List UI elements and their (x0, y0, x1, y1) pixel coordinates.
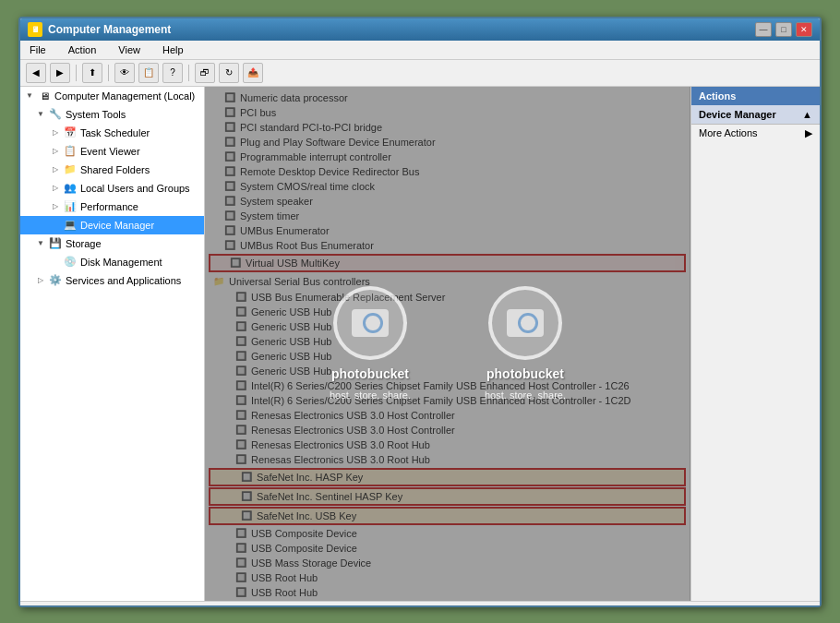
safenet-usb-key-item[interactable]: 🔲 SafeNet Inc. USB Key (209, 507, 686, 525)
safenet-sentinel-item[interactable]: 🔲 SafeNet Inc. Sentinel HASP Key (209, 487, 686, 506)
device-umbus-root-icon: 🔲 (223, 239, 236, 252)
device-label: PCI standard PCI-to-PCI bridge (240, 122, 382, 133)
more-actions-item[interactable]: More Actions ▶ (691, 125, 820, 142)
device-virtual-usb-icon: 🔲 (229, 257, 242, 270)
task-scheduler-icon: 📅 (63, 126, 78, 140)
device-renesas-usb2-icon: 🔲 (234, 424, 247, 437)
tree-item-performance[interactable]: ▷ 📊 Performance (20, 198, 204, 216)
status-bar (20, 601, 820, 605)
device-label: USB Composite Device (251, 528, 357, 539)
minimize-button[interactable]: — (755, 22, 772, 37)
list-item[interactable]: 🔲 PCI bus (205, 105, 690, 120)
virtual-usb-multikey-item[interactable]: 🔲 Virtual USB MultiKey (209, 254, 686, 272)
device-label: USB Composite Device (251, 543, 357, 554)
list-item[interactable]: 🔲 PCI standard PCI-to-PCI bridge (205, 120, 690, 135)
list-item[interactable]: 🔲 Intel(R) 6 Series/C200 Series Chipset … (205, 393, 690, 408)
up-button[interactable]: ⬆ (82, 63, 102, 83)
list-item[interactable]: 🔲 Plug and Play Software Device Enumerat… (205, 135, 690, 150)
list-item[interactable]: 🔲 USB Composite Device (205, 526, 690, 541)
close-button[interactable]: ✕ (796, 22, 812, 37)
tree-toggle-performance: ▷ (50, 201, 61, 212)
list-item[interactable]: 🔲 USB Root Hub (205, 585, 690, 600)
menu-view[interactable]: View (114, 42, 144, 57)
more-actions-label: More Actions (699, 127, 758, 138)
maximize-button[interactable]: □ (775, 22, 792, 37)
properties-button[interactable]: 📋 (138, 63, 159, 83)
toolbar-separator-2 (108, 65, 109, 81)
list-item[interactable]: 🔲 System timer (205, 209, 690, 223)
app-icon: 🖥 (28, 22, 42, 37)
tree-root[interactable]: ▼ 🖥 Computer Management (Local) (20, 87, 204, 105)
list-item[interactable]: 🔲 System CMOS/real time clock (205, 179, 690, 194)
list-item[interactable]: 🔲 USB Bus Enumerable Replacement Server (205, 290, 690, 305)
list-item[interactable]: 🔲 System speaker (205, 194, 690, 209)
list-item[interactable]: 🔲 Generic USB Hub (205, 364, 690, 378)
tree-label-local-users: Local Users and Groups (80, 183, 190, 194)
device-label: Renesas Electronics USB 3.0 Root Hub (251, 439, 430, 450)
tree-item-system-tools[interactable]: ▼ 🔧 System Tools (20, 105, 204, 124)
tree-item-shared-folders[interactable]: ▷ 📁 Shared Folders (20, 161, 204, 179)
menu-file[interactable]: File (26, 42, 50, 57)
tree-item-event-viewer[interactable]: ▷ 📋 Event Viewer (20, 142, 204, 161)
export-button[interactable]: 📤 (243, 63, 263, 83)
list-item[interactable]: 🔲 Generic USB Hub (205, 349, 690, 364)
device-renesas-hub1-icon: 🔲 (234, 438, 247, 451)
usb-controllers-group[interactable]: 📁 Universal Serial Bus controllers (205, 273, 690, 290)
list-item[interactable]: 🔲 Intel(R) 6 Series/C200 Series Chipset … (205, 378, 690, 393)
device-renesas-hub2-icon: 🔲 (234, 453, 247, 466)
device-label: Renesas Electronics USB 3.0 Host Control… (251, 425, 455, 436)
tree-item-local-users[interactable]: ▷ 👥 Local Users and Groups (20, 179, 204, 198)
list-item[interactable]: 🔲 UMBus Enumerator (205, 223, 690, 238)
show-hide-button[interactable]: 👁 (114, 63, 135, 83)
device-label: USB Root Hub (251, 572, 318, 583)
list-item[interactable]: 🔲 Remote Desktop Device Redirector Bus (205, 164, 690, 179)
tree-label-event-viewer: Event Viewer (80, 146, 140, 157)
device-bridge-icon: 🔲 (223, 121, 236, 134)
list-item[interactable]: 🔲 Numeric data processor (205, 90, 690, 105)
back-button[interactable]: ◀ (26, 63, 46, 83)
menu-help[interactable]: Help (159, 42, 187, 57)
safenet-hasp-label: SafeNet Inc. HASP Key (257, 472, 363, 483)
tree-item-disk-management[interactable]: 💿 Disk Management (20, 253, 204, 271)
device-intel-usb2-icon: 🔲 (234, 394, 247, 407)
center-panel: 🔲 Numeric data processor 🔲 PCI bus 🔲 PCI… (205, 87, 690, 601)
device-pic-icon: 🔲 (223, 150, 236, 163)
safenet-sentinel-label: SafeNet Inc. Sentinel HASP Key (257, 491, 402, 502)
tree-item-services[interactable]: ▷ ⚙️ Services and Applications (20, 271, 204, 290)
tree-toggle-shared-folders: ▷ (50, 164, 61, 175)
list-item[interactable]: 🔲 Renesas Electronics USB 3.0 Root Hub (205, 452, 690, 467)
list-item[interactable]: 🔲 Generic USB Hub (205, 334, 690, 349)
list-item[interactable]: 🔲 Generic USB Hub (205, 319, 690, 334)
list-item[interactable]: 🔲 Programmable interrupt controller (205, 150, 690, 164)
device-label: Numeric data processor (240, 92, 348, 103)
left-panel: ▼ 🖥 Computer Management (Local) ▼ 🔧 Syst… (20, 87, 205, 601)
device-chip-icon: 🔲 (223, 91, 236, 104)
help-button[interactable]: ? (162, 63, 183, 83)
usb-group-icon: 📁 (212, 275, 225, 288)
new-window-button[interactable]: 🗗 (195, 63, 215, 83)
tree-item-task-scheduler[interactable]: ▷ 📅 Task Scheduler (20, 124, 204, 142)
tree-item-storage[interactable]: ▼ 💾 Storage (20, 234, 204, 253)
list-item[interactable]: 🔲 USB Composite Device (205, 541, 690, 556)
safenet-hasp-key-item[interactable]: 🔲 SafeNet Inc. HASP Key (209, 468, 686, 486)
list-item[interactable]: 🔲 USB Root Hub (205, 570, 690, 585)
actions-section-title: Device Manager (699, 109, 776, 120)
device-manager-icon: 💻 (63, 218, 78, 233)
list-item[interactable]: 🔲 Generic USB Hub (205, 305, 690, 319)
device-label: Remote Desktop Device Redirector Bus (240, 166, 419, 177)
list-item[interactable]: 🔲 Renesas Electronics USB 3.0 Root Hub (205, 437, 690, 452)
virtual-usb-label: Virtual USB MultiKey (246, 258, 340, 269)
list-item[interactable]: 🔲 Renesas Electronics USB 3.0 Host Contr… (205, 408, 690, 423)
menu-action[interactable]: Action (65, 42, 101, 57)
tree-item-device-manager[interactable]: 💻 Device Manager (20, 216, 204, 234)
tree-label-system-tools: System Tools (66, 109, 126, 120)
forward-button[interactable]: ▶ (50, 63, 70, 83)
safenet-usb-key-label: SafeNet Inc. USB Key (257, 510, 356, 521)
device-label: Programmable interrupt controller (240, 151, 391, 162)
device-label: System timer (240, 210, 299, 222)
refresh-button[interactable]: ↻ (219, 63, 239, 83)
list-item[interactable]: 🔲 UMBus Root Bus Enumerator (205, 238, 690, 253)
device-usb-comp1-icon: 🔲 (234, 527, 247, 540)
list-item[interactable]: 🔲 Renesas Electronics USB 3.0 Host Contr… (205, 423, 690, 437)
list-item[interactable]: 🔲 USB Mass Storage Device (205, 556, 690, 570)
